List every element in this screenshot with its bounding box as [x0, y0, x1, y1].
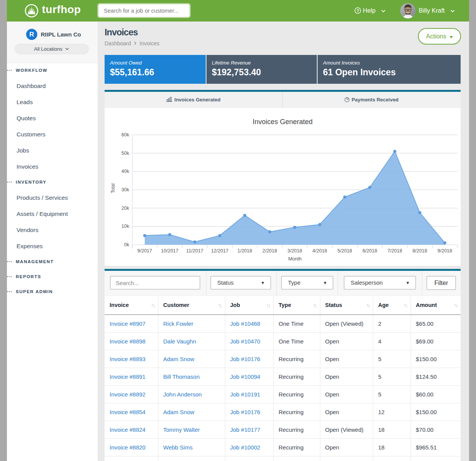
svg-text:6/2018: 6/2018 [363, 248, 377, 254]
svg-text:?: ? [356, 8, 359, 13]
svg-text:7/2018: 7/2018 [388, 248, 402, 254]
svg-text:5/2018: 5/2018 [338, 248, 352, 254]
svg-text:10/2017: 10/2017 [161, 248, 178, 254]
svg-text:11/2017: 11/2017 [186, 248, 203, 254]
svg-text:30k: 30k [121, 187, 130, 192]
svg-text:4/2018: 4/2018 [313, 248, 327, 254]
svg-text:12/2017: 12/2017 [211, 248, 228, 254]
svg-text:0k: 0k [124, 242, 130, 247]
svg-text:2/2018: 2/2018 [262, 248, 277, 254]
svg-text:60k: 60k [121, 132, 130, 138]
svg-text:Total: Total [110, 183, 116, 193]
svg-text:8/2018: 8/2018 [413, 248, 427, 254]
svg-text:3/2018: 3/2018 [287, 248, 302, 254]
svg-text:1/2018: 1/2018 [237, 248, 252, 254]
svg-text:9/2017: 9/2017 [137, 248, 152, 254]
svg-text:40k: 40k [121, 169, 130, 174]
svg-text:20k: 20k [121, 206, 130, 211]
svg-text:Invoices Generated: Invoices Generated [253, 118, 313, 126]
svg-text:50k: 50k [121, 151, 130, 156]
svg-text:10k: 10k [121, 224, 130, 229]
svg-text:9/2018: 9/2018 [438, 248, 452, 254]
svg-text:Month: Month [288, 256, 302, 262]
